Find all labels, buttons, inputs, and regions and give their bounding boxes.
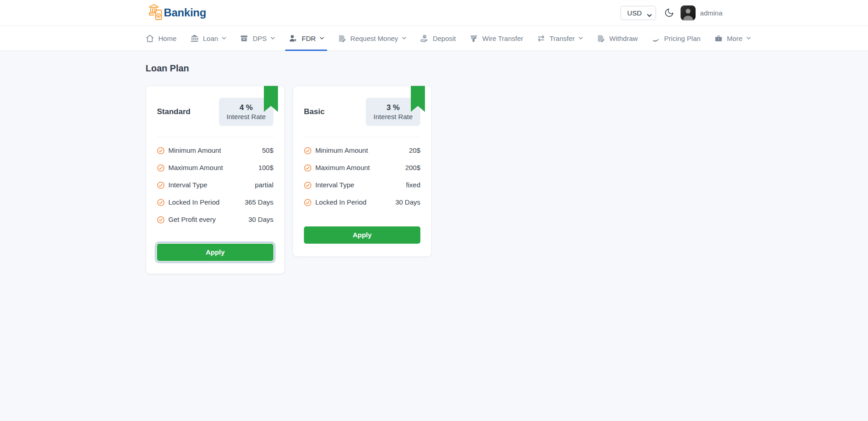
nav-label: Transfer xyxy=(550,35,575,42)
avatar xyxy=(681,5,696,20)
nav-item-home[interactable]: Home xyxy=(146,26,177,50)
feature-label: Maximum Amount xyxy=(168,164,258,172)
feature-value: fixed xyxy=(406,181,420,189)
divider xyxy=(304,137,420,137)
atm-icon xyxy=(469,34,478,43)
feature-row: Get Profit every 30 Days xyxy=(157,216,273,224)
file-pen-icon xyxy=(338,34,346,43)
check-circle-icon xyxy=(304,181,312,189)
nav-item-loan[interactable]: Loan xyxy=(190,26,226,50)
nav-label: Deposit xyxy=(433,35,456,42)
nav-label: Wire Transfer xyxy=(482,35,523,42)
nav-item-wire-transfer[interactable]: Wire Transfer xyxy=(469,26,523,50)
nav-label: Request Money xyxy=(350,35,398,42)
brand-logo[interactable]: $ Banking xyxy=(146,3,206,22)
currency-select[interactable]: USD xyxy=(621,6,656,20)
feature-row: Interval Type partial xyxy=(157,181,273,189)
bank-logo-icon: $ xyxy=(146,3,166,22)
plan-name: Basic xyxy=(304,107,324,116)
nav-label: DPS xyxy=(252,35,267,42)
feature-label: Get Profit every xyxy=(168,216,248,224)
bank-icon xyxy=(190,34,199,43)
feature-row: Minimum Amount 50$ xyxy=(157,146,273,155)
feature-row: Locked In Period 365 Days xyxy=(157,198,273,206)
chevron-down-icon xyxy=(747,37,751,40)
profile-menu[interactable]: admina xyxy=(681,5,722,20)
feature-value: 100$ xyxy=(258,164,273,172)
feature-label: Locked In Period xyxy=(168,198,245,206)
feature-label: Minimum Amount xyxy=(315,146,409,155)
nav-item-transfer[interactable]: Transfer xyxy=(537,26,583,50)
check-circle-icon xyxy=(157,216,165,224)
feature-label: Interval Type xyxy=(168,181,255,189)
archive-icon xyxy=(240,34,248,43)
apply-button-basic[interactable]: Apply xyxy=(304,226,420,244)
feature-value: 50$ xyxy=(262,146,273,155)
plan-card-standard: Standard 4 % Interest Rate Minimum Amoun… xyxy=(146,85,285,274)
dark-mode-toggle[interactable] xyxy=(664,8,674,18)
feature-row: Locked In Period 30 Days xyxy=(304,198,420,206)
main-nav: Home Loan DPS FDR Request Money Deposit xyxy=(0,26,868,51)
home-icon xyxy=(146,34,154,43)
interest-rate-value: 3 % xyxy=(373,103,413,112)
nav-item-deposit[interactable]: Deposit xyxy=(420,26,456,50)
check-circle-icon xyxy=(157,147,165,155)
feature-value: 20$ xyxy=(409,146,420,155)
feature-value: 200$ xyxy=(405,164,420,172)
feature-row: Minimum Amount 20$ xyxy=(304,146,420,155)
username: admina xyxy=(700,9,722,17)
nav-label: Pricing Plan xyxy=(664,35,701,42)
check-circle-icon xyxy=(304,147,312,155)
plan-name: Standard xyxy=(157,107,191,116)
plan-card-basic: Basic 3 % Interest Rate Minimum Amount 2… xyxy=(293,85,432,257)
nav-item-dps[interactable]: DPS xyxy=(240,26,275,50)
feature-row: Maximum Amount 200$ xyxy=(304,164,420,172)
chevron-down-icon xyxy=(402,37,406,40)
user-icon xyxy=(288,34,298,43)
nav-label: Withdraw xyxy=(609,35,638,42)
check-circle-icon xyxy=(304,164,312,172)
top-header: $ Banking USD xyxy=(0,0,868,26)
apply-button-standard[interactable]: Apply xyxy=(157,244,273,261)
interest-rate-value: 4 % xyxy=(227,103,266,112)
briefcase-icon xyxy=(714,34,723,43)
feature-value: 30 Days xyxy=(395,198,420,206)
feature-list: Minimum Amount 20$ Maximum Amount 200$ I… xyxy=(304,146,420,206)
check-circle-icon xyxy=(157,164,165,172)
file-pen-icon xyxy=(596,34,605,43)
nav-item-fdr[interactable]: FDR xyxy=(288,26,324,50)
chevron-down-icon xyxy=(320,37,324,40)
interest-rate-label: Interest Rate xyxy=(227,113,266,120)
chevron-down-icon xyxy=(579,37,583,40)
feature-value: 365 Days xyxy=(245,198,273,206)
nav-item-request-money[interactable]: Request Money xyxy=(338,26,406,50)
swap-arrows-icon xyxy=(537,34,545,43)
hand-coin-icon xyxy=(420,34,429,43)
feature-value: 30 Days xyxy=(248,216,273,224)
svg-text:$: $ xyxy=(158,14,160,18)
chevron-down-icon xyxy=(271,37,275,40)
chevron-down-icon xyxy=(222,37,226,40)
feature-row: Interval Type fixed xyxy=(304,181,420,189)
check-circle-icon xyxy=(157,199,165,206)
moon-icon xyxy=(664,8,674,18)
interest-rate-label: Interest Rate xyxy=(373,113,413,120)
feature-list: Minimum Amount 50$ Maximum Amount 100$ I… xyxy=(157,146,273,224)
page-title: Loan Plan xyxy=(146,63,722,74)
nav-label: More xyxy=(727,35,742,42)
nav-label: FDR xyxy=(302,35,316,42)
feature-label: Maximum Amount xyxy=(315,164,405,172)
brand-name: Banking xyxy=(164,6,206,19)
feature-label: Minimum Amount xyxy=(168,146,262,155)
feature-value: partial xyxy=(255,181,273,189)
check-circle-icon xyxy=(304,199,312,206)
nav-item-more[interactable]: More xyxy=(714,26,751,50)
nav-item-pricing-plan[interactable]: Pricing Plan xyxy=(651,26,701,50)
divider xyxy=(157,137,273,137)
nav-label: Home xyxy=(158,35,177,42)
feature-label: Interval Type xyxy=(315,181,406,189)
swoosh-icon xyxy=(651,34,660,43)
feature-row: Maximum Amount 100$ xyxy=(157,164,273,172)
main-content: Loan Plan Standard 4 % Interest Rate Min… xyxy=(146,51,722,274)
nav-item-withdraw[interactable]: Withdraw xyxy=(596,26,638,50)
